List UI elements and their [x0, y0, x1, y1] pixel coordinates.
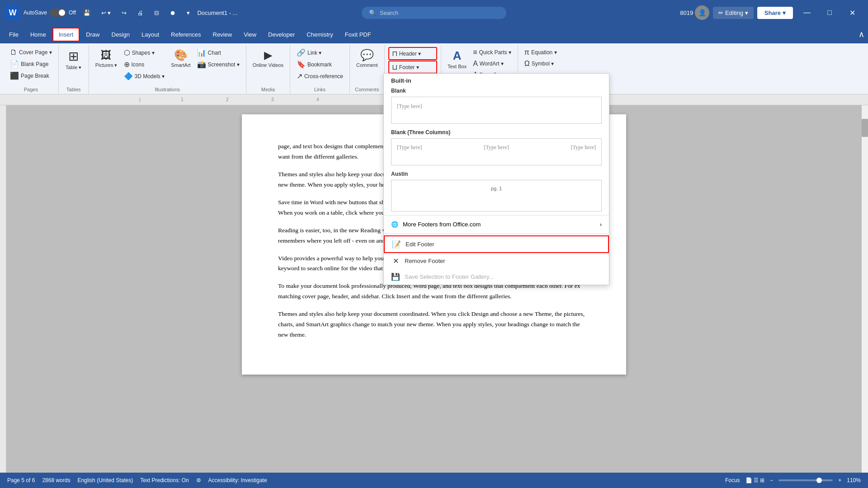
share-button[interactable]: Share ▾ [757, 7, 793, 19]
3d-models-button[interactable]: 🔷 3D Models ▾ [121, 70, 168, 82]
search-input[interactable] [380, 9, 497, 16]
blank-page-button[interactable]: 📄 Blank Page [7, 58, 55, 70]
wordart-button[interactable]: A WordArt ▾ [470, 58, 514, 69]
menu-home[interactable]: Home [25, 28, 52, 41]
symbol-button[interactable]: Ω Symbol ▾ [522, 58, 560, 69]
doc-title: Document1 - ... [197, 9, 237, 16]
user-count: 8019 [680, 9, 693, 16]
autosave-toggle[interactable] [50, 9, 66, 17]
record-button[interactable]: ⏺ [166, 8, 179, 18]
undo-button[interactable]: ↩ ▾ [98, 8, 115, 18]
icons-icon: ⊕ [124, 60, 130, 69]
quick-parts-button[interactable]: ≡ Quick Parts ▾ [470, 47, 514, 58]
word-icon: W [5, 5, 20, 20]
shapes-icon: ⬡ [124, 48, 130, 57]
col2-placeholder: [Type here] [484, 144, 509, 151]
online-videos-button[interactable]: ▶ Online Videos [250, 47, 286, 70]
cover-page-button[interactable]: 🗋 Cover Page ▾ [7, 47, 55, 58]
chart-icon: 📊 [197, 48, 206, 57]
remove-footer-label: Remove Footer [405, 258, 445, 264]
bookmark-button[interactable]: 🔖 Bookmark [294, 59, 346, 70]
shapes-button[interactable]: ⬡ Shapes ▾ [121, 47, 168, 58]
table-icon: ⊞ [68, 49, 79, 64]
print-button[interactable]: 🖨 [134, 8, 147, 18]
screenshot-button[interactable]: 📸 Screenshot ▾ [194, 59, 242, 70]
menu-design[interactable]: Design [106, 28, 135, 41]
menu-file[interactable]: File [4, 28, 24, 41]
search-box[interactable]: 🔍 [362, 7, 506, 19]
pictures-button[interactable]: 🖼 Pictures ▾ [93, 47, 120, 70]
comments-label: Comments [354, 87, 381, 92]
menu-view[interactable]: View [238, 28, 262, 41]
plus-icon[interactable]: + [838, 477, 841, 483]
page-break-button[interactable]: ⬛ Page Break [7, 70, 55, 81]
austin-preview[interactable]: pg. 1 [391, 180, 602, 211]
scroll-area[interactable] [862, 105, 868, 483]
menu-insert[interactable]: Insert [52, 28, 80, 42]
minus-icon[interactable]: − [770, 477, 773, 483]
menu-references[interactable]: References [165, 28, 206, 41]
minimize-button[interactable]: — [797, 5, 817, 20]
footer-dropdown: Built-in Blank [Type here] Blank (Three … [383, 73, 609, 285]
divider-1 [384, 215, 609, 216]
redo-button[interactable]: ↪ [118, 8, 130, 18]
menu-foxit[interactable]: Foxit PDF [340, 28, 377, 41]
cross-ref-button[interactable]: ↗ Cross-reference [294, 70, 346, 82]
smartart-icon: 🎨 [174, 49, 188, 61]
title-bar-left: W AutoSave Off 💾 ↩ ▾ ↪ 🖨 ⊟ ⏺ ▾ Document1… [5, 5, 358, 20]
user-avatar[interactable]: 👤 [695, 5, 709, 20]
comment-button[interactable]: 💬 Comment [354, 47, 381, 70]
chart-button[interactable]: 📊 Chart [194, 47, 242, 58]
header-button[interactable]: ⊓ Header ▾ [388, 47, 437, 60]
menu-review[interactable]: Review [208, 28, 238, 41]
comments-items: 💬 Comment [354, 47, 381, 85]
save-button[interactable]: 💾 [80, 8, 94, 18]
blank-footer-preview[interactable]: [Type here] [391, 97, 602, 124]
footer-button[interactable]: ⊔ Footer ▾ [388, 61, 437, 74]
remove-footer-item[interactable]: ✕ Remove Footer [384, 253, 609, 269]
equation-button[interactable]: π Equation ▾ [522, 47, 560, 58]
word-count: 2868 words [42, 477, 70, 483]
video-icon: ▶ [264, 49, 272, 61]
three-col-preview[interactable]: [Type here] [Type here] [Type here] [391, 138, 602, 165]
ribbon-group-media: ▶ Online Videos Media [246, 45, 290, 94]
editing-button[interactable]: ✏ Editing ▾ [713, 7, 754, 19]
edit-footer-label: Edit Footer [406, 241, 434, 248]
focus-label[interactable]: Focus [725, 477, 740, 483]
table-button[interactable]: ⊞ Table ▾ [62, 47, 85, 72]
pictures-icon: 🖼 [101, 49, 112, 61]
dropdown-scroll-area[interactable]: Built-in Blank [Type here] Blank (Three … [384, 74, 609, 213]
icons-button[interactable]: ⊕ Icons [121, 59, 168, 70]
ribbon-group-links: 🔗 Link ▾ 🔖 Bookmark ↗ Cross-reference Li… [290, 45, 350, 94]
autosave-state: Off [69, 9, 76, 16]
page-info: Page 5 of 6 [7, 477, 35, 483]
ribbon-collapse-icon[interactable]: ∧ [859, 29, 864, 39]
symbol-icon: Ω [524, 60, 530, 68]
zoom-slider[interactable] [778, 479, 833, 481]
text-box-button[interactable]: A Text Box [445, 47, 469, 71]
close-button[interactable]: ✕ [842, 5, 863, 20]
tables-label: Tables [62, 87, 85, 92]
edit-footer-item[interactable]: 📝 Edit Footer [384, 235, 609, 253]
menu-developer[interactable]: Developer [263, 28, 300, 41]
user-area: 8019 👤 [680, 5, 709, 20]
maximize-button[interactable]: □ [819, 5, 840, 20]
title-bar-right: 8019 👤 ✏ Editing ▾ Share ▾ — □ ✕ [510, 5, 863, 20]
illus-col2: 📊 Chart 📸 Screenshot ▾ [194, 47, 242, 70]
ribbon-group-illustrations: 🖼 Pictures ▾ ⬡ Shapes ▾ ⊕ Icons 🔷 3D Mod… [89, 45, 246, 94]
menu-layout[interactable]: Layout [136, 28, 165, 41]
menu-draw[interactable]: Draw [80, 28, 105, 41]
link-icon: 🔗 [297, 48, 306, 57]
filter-button[interactable]: ⊟ [151, 8, 163, 18]
blank-page-icon: 📄 [10, 60, 19, 68]
more-footers-item[interactable]: 🌐 More Footers from Office.com › [384, 217, 609, 231]
link-button[interactable]: 🔗 Link ▾ [294, 47, 346, 58]
menu-chemistry[interactable]: Chemistry [301, 28, 339, 41]
illus-col: ⬡ Shapes ▾ ⊕ Icons 🔷 3D Models ▾ [121, 47, 168, 82]
globe-icon: 🌐 [391, 221, 398, 228]
symbols-col: π Equation ▾ Ω Symbol ▾ [522, 47, 560, 69]
austin-content: pg. 1 [397, 186, 596, 191]
language: English (United States) [77, 477, 133, 483]
smartart-button[interactable]: 🎨 SmartArt [168, 47, 193, 70]
more-button[interactable]: ▾ [183, 8, 193, 18]
